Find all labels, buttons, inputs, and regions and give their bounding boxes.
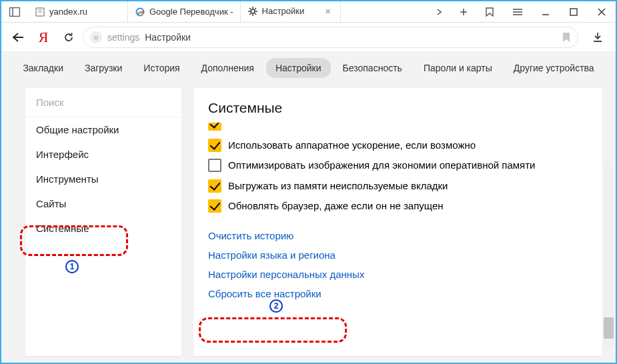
collections-button[interactable] (476, 1, 504, 22)
setting-row-optimize-images: Оптимизировать изображения для экономии … (208, 159, 588, 172)
section-title: Системные (208, 100, 588, 116)
window-controls (476, 1, 616, 22)
tab-label: Google Переводчик - (149, 7, 233, 17)
svg-line-14 (249, 13, 251, 15)
setting-label: Использовать аппаратное ускорение, если … (228, 139, 476, 152)
svg-line-11 (249, 8, 251, 9)
toptab-devices[interactable]: Другие устройства (504, 58, 604, 78)
svg-point-6 (251, 9, 255, 13)
url-title: Настройки (145, 32, 191, 43)
tab-label: yandex.ru (49, 7, 121, 17)
page-icon (35, 7, 45, 17)
settings-sidebar: Поиск Общие настройки Интерфейс Инструме… (25, 88, 181, 356)
setting-row-hardware-accel: Использовать аппаратное ускорение, если … (208, 139, 588, 152)
tab-yandex[interactable]: yandex.ru (28, 1, 128, 22)
sidebar-item-general[interactable]: Общие настройки (25, 117, 181, 142)
svg-line-13 (255, 8, 256, 9)
close-icon[interactable]: × (323, 5, 334, 17)
link-clear-history[interactable]: Очистить историю (208, 230, 588, 241)
toptab-passwords[interactable]: Пароли и карты (414, 58, 502, 78)
tab-google-translate[interactable]: Google Переводчик - (128, 1, 241, 22)
setting-row-update-browser: Обновлять браузер, даже если он не запущ… (208, 199, 588, 213)
settings-nav-tabs: Закладки Загрузки История Дополнения Нас… (1, 52, 616, 84)
tab-label: Настройки (262, 6, 319, 16)
tab-overflow-button[interactable] (428, 1, 452, 22)
annotation-badge-2: 2 (269, 299, 283, 313)
window-titlebar: yandex.ru Google Переводчик - Настройки … (1, 1, 616, 23)
downloads-button[interactable] (585, 32, 610, 43)
yandex-home-button[interactable]: Я (32, 26, 55, 49)
back-button[interactable] (7, 26, 29, 49)
address-bar[interactable]: ○ settings Настройки (83, 27, 578, 48)
toptab-bookmarks[interactable]: Закладки (13, 58, 73, 78)
settings-links: Очистить историю Настройки языка и регио… (208, 230, 588, 299)
toptab-security[interactable]: Безопасность (334, 58, 412, 78)
address-bar-row: Я ○ settings Настройки (1, 23, 616, 52)
sidebar-item-system[interactable]: Системные (25, 216, 181, 241)
sidebar-item-sites[interactable]: Сайты (25, 191, 181, 216)
svg-line-12 (255, 13, 256, 15)
annotation-badge-1: 1 (65, 260, 79, 273)
link-reset-settings[interactable]: Сбросить все настройки (208, 288, 588, 299)
reload-button[interactable] (57, 26, 80, 49)
google-icon (135, 7, 145, 17)
new-tab-button[interactable] (452, 1, 476, 22)
sidebar-item-tools[interactable]: Инструменты (25, 167, 181, 191)
gear-icon (247, 6, 258, 17)
settings-main-panel: Системные Использовать аппаратное ускоре… (193, 88, 602, 356)
url-path: settings (107, 32, 139, 43)
checkbox-unload-tabs[interactable] (208, 179, 221, 193)
setting-label: Выгружать из памяти неиспользуемые вклад… (228, 179, 448, 193)
partial-row-cutoff (208, 123, 588, 132)
toptab-history[interactable]: История (134, 58, 189, 78)
maximize-button[interactable] (560, 1, 588, 22)
minimize-button[interactable] (532, 1, 560, 22)
panels-button[interactable] (1, 1, 28, 22)
setting-row-unload-tabs: Выгружать из памяти неиспользуемые вклад… (208, 179, 588, 193)
close-window-button[interactable] (588, 1, 616, 22)
menu-button[interactable] (504, 1, 532, 22)
toptab-downloads[interactable]: Загрузки (75, 58, 131, 78)
checkbox-hardware-accel[interactable] (208, 139, 221, 152)
checkbox-update-browser[interactable] (208, 199, 221, 213)
link-personal-data[interactable]: Настройки персональных данных (208, 269, 588, 280)
sidebar-search-input[interactable]: Поиск (25, 88, 181, 117)
setting-label: Обновлять браузер, даже если он не запущ… (228, 199, 444, 213)
svg-rect-21 (570, 9, 577, 15)
checkbox-optimize-images[interactable] (208, 159, 221, 172)
content-area: Закладки Загрузки История Дополнения Нас… (1, 52, 616, 363)
svg-rect-0 (10, 7, 20, 16)
scrollbar-thumb[interactable] (604, 317, 614, 339)
setting-label: Оптимизировать изображения для экономии … (228, 159, 535, 172)
tab-strip: yandex.ru Google Переводчик - Настройки … (28, 1, 428, 22)
link-language-region[interactable]: Настройки языка и региона (208, 249, 588, 261)
sidebar-item-interface[interactable]: Интерфейс (25, 142, 181, 167)
toptab-settings[interactable]: Настройки (266, 58, 331, 78)
search-placeholder: Поиск (36, 97, 64, 108)
toptab-addons[interactable]: Дополнения (192, 58, 263, 78)
tab-settings[interactable]: Настройки × (241, 1, 341, 22)
bookmark-icon[interactable] (562, 32, 571, 43)
checkbox-icon[interactable] (208, 123, 221, 131)
site-icon: ○ (90, 31, 102, 43)
